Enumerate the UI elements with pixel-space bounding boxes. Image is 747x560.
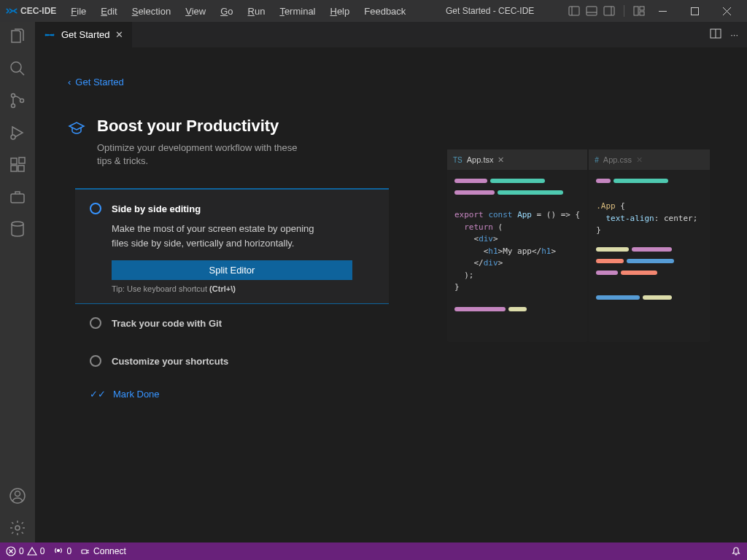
back-link[interactable]: ‹ Get Started: [68, 77, 389, 88]
infinity-icon: [44, 31, 55, 39]
plug-icon: [80, 546, 90, 556]
settings-icon[interactable]: [9, 519, 26, 537]
mark-done-button[interactable]: ✓✓ Mark Done: [75, 380, 389, 408]
check-icon: ✓✓: [90, 389, 106, 400]
warning-icon: [27, 546, 37, 556]
maximize-button[interactable]: [680, 0, 709, 22]
database-icon[interactable]: [9, 220, 26, 238]
tab-label: Get Started: [61, 29, 109, 40]
layout-right-icon[interactable]: [603, 5, 615, 17]
svg-rect-8: [640, 12, 644, 15]
svg-point-26: [15, 491, 20, 497]
svg-rect-4: [604, 7, 614, 15]
layout-bottom-icon[interactable]: [586, 5, 597, 17]
menu-view[interactable]: View: [179, 3, 212, 20]
menu-selection[interactable]: Selection: [126, 3, 177, 20]
minimize-button[interactable]: [648, 0, 677, 22]
status-connect[interactable]: Connect: [80, 546, 126, 556]
chevron-left-icon: ‹: [68, 77, 71, 88]
svg-rect-22: [19, 158, 25, 163]
tab-get-started[interactable]: Get Started ✕: [35, 22, 133, 47]
search-icon[interactable]: [9, 60, 26, 77]
graduation-cap-icon: [68, 120, 85, 168]
svg-rect-23: [11, 194, 24, 203]
svg-line-14: [20, 71, 24, 75]
layout-customize-icon[interactable]: [633, 5, 645, 17]
source-control-icon[interactable]: [9, 92, 26, 109]
step-track-git[interactable]: Track your code with Git: [75, 304, 389, 342]
account-icon[interactable]: [9, 487, 26, 505]
run-debug-icon[interactable]: [9, 124, 26, 141]
preview-illustration: TSApp.tsx✕ export const App = () => { re…: [447, 149, 710, 513]
menu-terminal[interactable]: Terminal: [274, 3, 321, 20]
step-body: Make the most of your screen estate by o…: [112, 222, 316, 250]
step-radio-icon: [90, 355, 101, 367]
step-title: Side by side editing: [112, 203, 201, 214]
svg-rect-10: [691, 7, 698, 15]
svg-point-16: [12, 104, 15, 108]
radio-tower-icon: [53, 546, 63, 556]
svg-point-13: [11, 62, 21, 72]
more-icon[interactable]: ···: [730, 29, 738, 40]
svg-rect-21: [18, 166, 24, 171]
layout-left-icon[interactable]: [568, 5, 580, 17]
svg-point-33: [58, 550, 60, 552]
svg-rect-0: [569, 7, 579, 15]
explorer-icon[interactable]: [9, 28, 26, 45]
step-customize-shortcuts[interactable]: Customize your shortcuts: [75, 342, 389, 380]
window-title: Get Started - CEC-IDE: [414, 6, 565, 16]
step-tip: Tip: Use keyboard shortcut (Ctrl+\): [112, 284, 374, 293]
app-logo: CEC-IDE: [6, 6, 56, 16]
menu-help[interactable]: Help: [325, 3, 356, 20]
menu-run[interactable]: Run: [242, 3, 271, 20]
section-subtitle: Optimize your development workflow with …: [97, 141, 301, 168]
svg-rect-6: [634, 7, 638, 15]
section-title: Boost your Productivity: [97, 117, 301, 136]
status-ports[interactable]: 0: [53, 546, 71, 556]
svg-rect-19: [11, 158, 17, 164]
svg-rect-34: [82, 550, 87, 553]
split-editor-button[interactable]: Split Editor: [112, 260, 352, 280]
close-button[interactable]: [712, 0, 741, 22]
split-editor-icon[interactable]: [710, 28, 721, 42]
menu-file[interactable]: File: [65, 3, 92, 20]
step-radio-icon[interactable]: [90, 203, 101, 214]
menu-edit[interactable]: Edit: [95, 3, 123, 20]
status-notifications[interactable]: [731, 546, 741, 556]
svg-rect-9: [659, 11, 667, 12]
svg-point-18: [11, 135, 15, 139]
step-side-by-side: Side by side editing Make the most of yo…: [75, 188, 389, 304]
bell-icon: [731, 546, 741, 556]
menu-feedback[interactable]: Feedback: [358, 3, 411, 20]
svg-point-27: [15, 526, 20, 530]
svg-rect-2: [587, 7, 597, 15]
close-icon[interactable]: ✕: [115, 29, 123, 40]
svg-rect-7: [640, 7, 644, 10]
svg-point-24: [12, 222, 23, 226]
svg-point-15: [12, 94, 15, 98]
extensions-icon[interactable]: [9, 156, 26, 174]
step-radio-icon: [90, 317, 101, 329]
svg-point-17: [20, 99, 24, 103]
menu-go[interactable]: Go: [214, 3, 239, 20]
status-errors[interactable]: 0 0: [6, 546, 44, 556]
svg-rect-20: [11, 166, 17, 171]
error-icon: [6, 546, 16, 556]
briefcase-icon[interactable]: [9, 188, 26, 206]
